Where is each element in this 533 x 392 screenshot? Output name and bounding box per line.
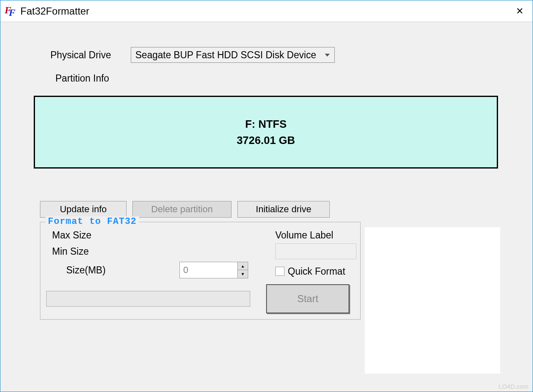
max-size-label: Max Size: [46, 230, 179, 241]
action-button-row: Update info Delete partition Initialize …: [40, 201, 499, 218]
app-window: FF Fat32Formatter ✕ Physical Drive Seaga…: [0, 0, 533, 392]
size-spinner: ▲ ▼: [179, 262, 275, 278]
initialize-drive-button[interactable]: Initialize drive: [237, 201, 330, 218]
volume-label-input[interactable]: [275, 243, 356, 259]
progress-bar: [46, 291, 250, 307]
size-mb-label: Size(MB): [46, 265, 179, 276]
physical-drive-label: Physical Drive: [50, 50, 123, 61]
quick-format-label: Quick Format: [288, 266, 345, 277]
bottom-row: Start: [46, 284, 354, 313]
partition-size: 3726.01 GB: [237, 132, 295, 149]
partition-text: F: NTFS 3726.01 GB: [237, 116, 295, 149]
close-icon[interactable]: ✕: [510, 2, 529, 21]
partition-box[interactable]: F: NTFS 3726.01 GB: [34, 96, 498, 169]
watermark: LO4D.com: [498, 383, 528, 390]
spinner-up-icon[interactable]: ▲: [238, 262, 248, 270]
app-icon: FF: [5, 5, 16, 17]
format-grid: Max Size Volume Label Min Size Size(MB) …: [46, 230, 354, 278]
format-groupbox: Format to FAT32 Max Size Volume Label Mi…: [40, 222, 361, 320]
titlebar: FF Fat32Formatter ✕: [0, 0, 533, 22]
size-input[interactable]: [179, 262, 238, 278]
groupbox-title: Format to FAT32: [45, 216, 139, 227]
min-size-label: Min Size: [46, 246, 179, 257]
partition-info-label: Partition Info: [55, 73, 128, 84]
spinner-down-icon[interactable]: ▼: [238, 270, 248, 278]
physical-drive-dropdown-wrap: Seagate BUP Fast HDD SCSI Disk Device: [131, 47, 335, 63]
volume-label-label: Volume Label: [275, 230, 363, 241]
quick-format-wrap: Quick Format: [275, 266, 363, 277]
quick-format-checkbox[interactable]: [275, 267, 284, 276]
physical-drive-row: Physical Drive Seagate BUP Fast HDD SCSI…: [50, 47, 499, 63]
update-info-button[interactable]: Update info: [40, 201, 127, 218]
content-area: Physical Drive Seagate BUP Fast HDD SCSI…: [0, 22, 533, 392]
physical-drive-dropdown[interactable]: Seagate BUP Fast HDD SCSI Disk Device: [131, 47, 335, 63]
side-panel: [365, 227, 500, 374]
delete-partition-button[interactable]: Delete partition: [132, 201, 232, 218]
start-button[interactable]: Start: [266, 284, 349, 313]
partition-drive-fs: F: NTFS: [237, 116, 295, 132]
spinner-buttons: ▲ ▼: [238, 262, 248, 278]
window-title: Fat32Formatter: [20, 5, 510, 17]
partition-info-row: Partition Info: [55, 73, 499, 84]
